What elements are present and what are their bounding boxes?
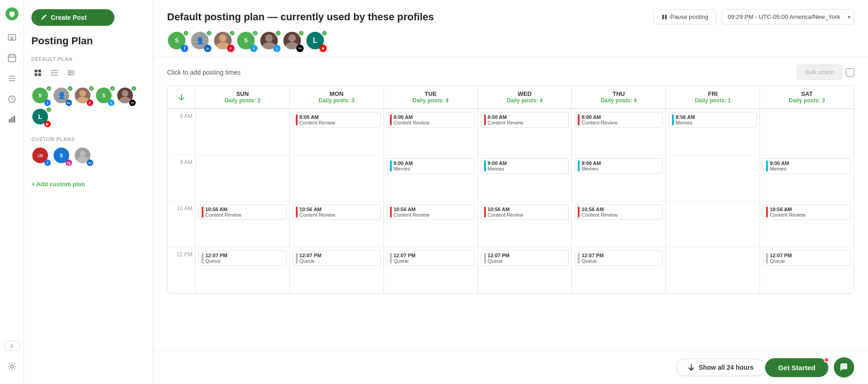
event-sat-9am[interactable]: 9:00 AM Memes bbox=[763, 158, 851, 174]
settings-icon[interactable] bbox=[4, 358, 20, 375]
cal-cell-sun-8am[interactable] bbox=[195, 109, 289, 155]
cal-cell-mon-9am[interactable] bbox=[289, 155, 383, 201]
schedule-icon[interactable] bbox=[4, 90, 20, 107]
compose-icon[interactable] bbox=[4, 30, 20, 46]
cal-cell-fri-9am[interactable] bbox=[665, 155, 760, 201]
avatar[interactable]: L ✓ ▶ bbox=[31, 108, 51, 127]
cal-cell-sat-12pm[interactable]: 12:07 PM Queue bbox=[760, 247, 854, 293]
day-header-tue: TUE Daily posts: 4 bbox=[383, 86, 478, 108]
add-custom-plan-link[interactable]: + Add custom plan bbox=[31, 181, 85, 188]
cal-cell-wed-8am[interactable]: 8:00 AM Content Review bbox=[478, 109, 572, 155]
cal-cell-tue-12pm[interactable]: 12:07 PM Queue bbox=[383, 247, 478, 293]
header-avatar[interactable]: ✓ P bbox=[213, 31, 234, 52]
cal-cell-fri-10am[interactable] bbox=[665, 201, 760, 247]
cal-cell-mon-8am[interactable]: 8:00 AM Content Review bbox=[289, 109, 383, 155]
event-tue-9am[interactable]: 9:00 AM Memes bbox=[387, 158, 475, 174]
header-avatar[interactable]: L ✓ ▶ bbox=[305, 31, 327, 52]
event-wed-9am[interactable]: 9:00 AM Memes bbox=[481, 158, 569, 174]
event-wed-8am[interactable]: 8:00 AM Content Review bbox=[481, 112, 569, 128]
event-thu-10am[interactable]: 10:56 AM Content Review bbox=[575, 204, 663, 220]
chat-button[interactable] bbox=[834, 357, 854, 378]
svg-rect-8 bbox=[35, 70, 37, 72]
event-content: 10:56 AM Content Review bbox=[299, 207, 335, 218]
avatar[interactable]: S ig bbox=[53, 147, 72, 166]
cal-cell-sun-9am[interactable] bbox=[195, 155, 289, 201]
logo-icon[interactable] bbox=[4, 6, 20, 22]
bulk-action-button[interactable]: Bulk action bbox=[797, 65, 842, 80]
time-label-8am: 8 AM bbox=[168, 109, 195, 155]
default-plan-profiles: S ✓ f 👤 ✓ in ✓ P S ✓ t ✓ TK bbox=[31, 87, 145, 127]
svg-rect-19 bbox=[665, 15, 667, 19]
pause-posting-button[interactable]: Pause posting bbox=[653, 9, 716, 24]
header-avatar[interactable]: S ✓ f bbox=[167, 31, 188, 52]
avatar[interactable]: S ✓ t bbox=[95, 87, 114, 106]
calendar-icon[interactable] bbox=[4, 50, 20, 66]
event-tue-12pm[interactable]: 12:07 PM Queue bbox=[387, 250, 475, 266]
event-content: 10:56 AM Content Review bbox=[581, 207, 617, 218]
cal-cell-sat-9am[interactable]: 9:00 AM Memes bbox=[760, 155, 854, 201]
cal-cell-wed-12pm[interactable]: 12:07 PM Queue bbox=[478, 247, 572, 293]
event-thu-9am[interactable]: 9:00 AM Memes bbox=[575, 158, 663, 174]
list-view-button[interactable] bbox=[48, 66, 61, 79]
header-avatar[interactable]: 👤 ✓ in bbox=[190, 31, 211, 52]
cal-cell-thu-12pm[interactable]: 12:07 PM Queue bbox=[571, 247, 665, 293]
event-content: 10:56 AM Content Review bbox=[770, 207, 806, 218]
event-tue-10am[interactable]: 10:56 AM Content Review bbox=[387, 204, 475, 220]
header-avatar[interactable]: S ✓ t bbox=[236, 31, 257, 52]
timezone-select[interactable]: 09:29 PM - UTC-05:00 America/New_York bbox=[722, 9, 854, 24]
cal-cell-mon-10am[interactable]: 10:56 AM Content Review bbox=[289, 201, 383, 247]
event-thu-8am[interactable]: 8:00 AM Content Review bbox=[575, 112, 663, 128]
cal-cell-mon-12pm[interactable]: 12:07 PM Queue bbox=[289, 247, 383, 293]
svg-point-14 bbox=[122, 90, 128, 96]
avatar[interactable]: in bbox=[74, 147, 93, 166]
event-thu-12pm[interactable]: 12:07 PM Queue bbox=[575, 250, 663, 266]
avatar[interactable]: S ✓ f bbox=[31, 87, 51, 106]
event-wed-10am[interactable]: 10:56 AM Content Review bbox=[481, 204, 569, 220]
svg-point-22 bbox=[265, 34, 273, 41]
header-avatar[interactable]: ✓ TK bbox=[282, 31, 304, 52]
list-icon[interactable] bbox=[4, 70, 20, 87]
header-avatar[interactable]: ✓ t bbox=[259, 31, 281, 52]
avatar[interactable]: 🇺🇸 f bbox=[31, 147, 51, 166]
event-mon-10am[interactable]: 10:56 AM Content Review bbox=[293, 204, 381, 220]
event-sat-10am[interactable]: 10:56 AM Content Review bbox=[763, 204, 851, 220]
cal-cell-fri-12pm[interactable] bbox=[665, 247, 760, 293]
event-sun-10am[interactable]: 10:56 AM Content Review bbox=[198, 204, 287, 220]
cal-cell-fri-8am[interactable]: 8:56 AM Memes bbox=[665, 109, 760, 155]
avatar[interactable]: ✓ TK bbox=[116, 87, 136, 106]
cal-cell-sun-10am[interactable]: 10:56 AM Content Review bbox=[195, 201, 289, 247]
cal-cell-wed-10am[interactable]: 10:56 AM Content Review bbox=[478, 201, 572, 247]
event-wed-12pm[interactable]: 12:07 PM Queue bbox=[481, 250, 569, 266]
bulk-select-checkbox[interactable] bbox=[846, 68, 854, 77]
grid-view-button[interactable] bbox=[31, 66, 44, 79]
event-mon-12pm[interactable]: 12:07 PM Queue bbox=[293, 250, 381, 266]
cal-cell-tue-9am[interactable]: 9:00 AM Memes bbox=[383, 155, 478, 201]
view-toggles bbox=[31, 66, 145, 79]
avatar[interactable]: 👤 ✓ in bbox=[53, 87, 72, 106]
create-post-button[interactable]: Create Post bbox=[31, 9, 114, 26]
show-all-hours-button[interactable]: Show all 24 hours bbox=[676, 359, 765, 376]
cal-cell-tue-10am[interactable]: 10:56 AM Content Review bbox=[383, 201, 478, 247]
event-fri-8am[interactable]: 8:56 AM Memes bbox=[669, 112, 757, 128]
cal-cell-thu-8am[interactable]: 8:00 AM Content Review bbox=[571, 109, 665, 155]
event-sun-12pm[interactable]: 12:07 PM Queue bbox=[198, 250, 287, 266]
cal-cell-wed-9am[interactable]: 9:00 AM Memes bbox=[478, 155, 572, 201]
event-tue-8am[interactable]: 8:00 AM Content Review bbox=[387, 112, 475, 128]
event-mon-8am[interactable]: 8:00 AM Content Review bbox=[293, 112, 381, 128]
cal-cell-sun-12pm[interactable]: 12:07 PM Queue bbox=[195, 247, 289, 293]
time-row-8am: 8 AM 8:00 AM Content Review bbox=[168, 109, 854, 155]
event-bar bbox=[766, 207, 768, 218]
cal-cell-thu-10am[interactable]: 10:56 AM Content Review bbox=[571, 201, 665, 247]
event-sat-12pm[interactable]: 12:07 PM Queue bbox=[763, 250, 851, 266]
compact-view-button[interactable] bbox=[65, 66, 78, 79]
cal-cell-sat-10am[interactable]: 10:56 AM Content Review bbox=[760, 201, 854, 247]
get-started-button[interactable]: Get Started bbox=[765, 358, 828, 377]
calendar-arrow-cell bbox=[168, 86, 195, 108]
analytics-icon[interactable] bbox=[4, 111, 20, 127]
cal-cell-tue-8am[interactable]: 8:00 AM Content Review bbox=[383, 109, 478, 155]
day-header-wed: WED Daily posts: 4 bbox=[478, 86, 572, 108]
cal-cell-sat-8am[interactable] bbox=[760, 109, 854, 155]
avatar[interactable]: ✓ P bbox=[74, 87, 93, 106]
time-label-9am: 9 AM bbox=[168, 155, 195, 201]
cal-cell-thu-9am[interactable]: 9:00 AM Memes bbox=[571, 155, 665, 201]
